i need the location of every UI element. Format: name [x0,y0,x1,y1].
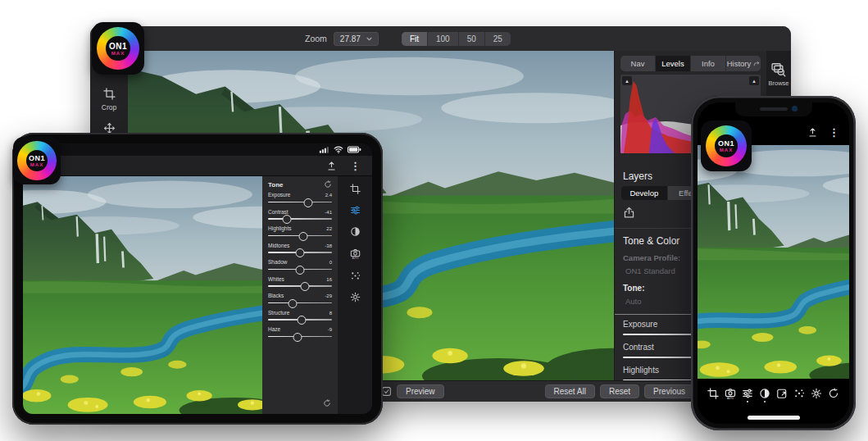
crop-tool-icon [103,88,116,100]
slider-structure: Structure8 [268,310,332,321]
crop-tool-button[interactable] [707,388,719,403]
share-icon[interactable] [807,127,818,138]
previous-button[interactable]: Previous [644,384,694,398]
slider-track[interactable] [268,302,332,304]
edited-indicator-dot [729,401,731,403]
export-icon[interactable] [623,207,635,219]
zoom-preset-100[interactable]: 100 [428,32,459,46]
reset-icon [828,388,839,399]
slider-knob[interactable] [301,282,310,291]
slider-track[interactable] [268,336,332,338]
zoom-dropdown[interactable]: 27.87 [334,32,379,46]
slider-knob[interactable] [304,198,313,207]
landscape-photo [698,145,849,379]
slider-head: Midtones-38 [268,243,332,248]
effects-button[interactable] [793,388,805,403]
edited-indicator-dot [833,401,835,403]
zoom-preset-fit[interactable]: Fit [402,32,428,46]
slider-head: Exposure2.4 [268,192,332,198]
reset-icon[interactable] [324,180,332,189]
on1-max-logo-badge: ON1MAX [13,137,61,184]
edited-indicator-dot [764,401,766,403]
slider-track[interactable] [268,202,332,203]
browse-module-button[interactable]: Browse [768,62,788,87]
layer-tab-develop[interactable]: Develop [621,186,668,200]
develop-icon[interactable] [350,205,361,216]
slider-track[interactable] [268,218,332,220]
settings-icon [811,388,822,399]
slider-value: 2.4 [325,193,332,198]
more-menu-icon[interactable]: ⋮ [350,160,361,172]
slider-label: Shadow [268,259,288,265]
slider-knob[interactable] [283,215,292,224]
reset-button[interactable]: Reset [600,384,639,398]
edited-indicator-dot [781,401,784,403]
tone-icon[interactable] [350,226,361,237]
slider-knob[interactable] [296,248,305,257]
crop-tool-icon[interactable] [350,184,361,194]
slider-head: Structure8 [268,310,332,316]
slider-track[interactable] [268,285,332,287]
slider-track[interactable] [268,252,332,253]
shadow-clip-button[interactable]: ▲ [622,76,632,85]
zoom-label: Zoom [305,34,327,43]
edited-indicator-dot [747,401,749,403]
reset-button[interactable] [828,388,839,403]
edited-indicator-dot [798,401,801,403]
logo-core: ON1MAX [106,36,130,60]
slider-knob[interactable] [297,316,306,325]
home-indicator[interactable] [748,416,800,420]
zoom-preset-50[interactable]: 50 [459,32,485,46]
slider-haze: Haze-9 [268,326,332,337]
export-icon [776,388,788,399]
notch [735,102,812,116]
develop-button[interactable] [742,388,753,403]
speaker [760,107,788,111]
logo-max-text: MAX [30,162,43,167]
slider-value: -29 [325,293,332,298]
reset-icon[interactable] [323,399,331,407]
home-indicator-row [698,411,849,424]
more-menu-icon[interactable]: ⋮ [829,126,839,139]
slider-head: Blacks-29 [268,293,332,298]
tone-button[interactable] [759,388,770,403]
reset-all-button[interactable]: Reset All [545,384,595,398]
tone-icon [759,388,770,399]
slider-label: Whites [268,276,284,282]
export-button[interactable] [776,388,788,403]
slider-shadow: Shadow0 [268,259,332,270]
slider-value: -38 [325,243,332,248]
tab-info[interactable]: Info [691,56,726,71]
zoom-preset-25[interactable]: 25 [485,32,511,46]
slider-track[interactable] [268,319,332,321]
tone-panel-title: Tone [268,181,284,189]
logo-max-text: MAX [720,148,733,152]
slider-knob[interactable] [288,299,297,308]
slider-track[interactable] [268,269,332,271]
preview-button[interactable]: Preview [397,384,444,398]
slider-head: Whites16 [268,276,332,282]
tab-history[interactable]: History [726,56,761,71]
slider-label: Blacks [268,293,284,298]
slider-blacks: Blacks-29 [268,293,332,303]
tool-crop[interactable]: Crop [90,88,128,111]
slider-contrast: Contrast-41 [268,209,332,220]
tab-levels[interactable]: Levels [656,56,691,71]
settings-icon[interactable] [350,292,361,302]
slider-knob[interactable] [293,333,302,342]
front-camera [793,107,797,111]
tab-label: History [727,59,752,68]
slider-label: Midtones [268,243,289,248]
wifi-icon [334,146,343,153]
slider-knob[interactable] [296,266,305,275]
settings-button[interactable] [811,388,822,403]
effects-icon[interactable] [350,271,361,281]
auto-adjust-icon[interactable]: AUTO [350,248,361,260]
auto-adjust-button[interactable]: AUTO [725,388,736,403]
slider-track[interactable] [268,235,332,237]
share-icon[interactable] [326,161,337,171]
slider-knob[interactable] [298,232,307,241]
slider-value: -41 [325,210,332,215]
tab-nav[interactable]: Nav [620,56,656,71]
highlight-clip-button[interactable]: ▲ [749,76,759,85]
